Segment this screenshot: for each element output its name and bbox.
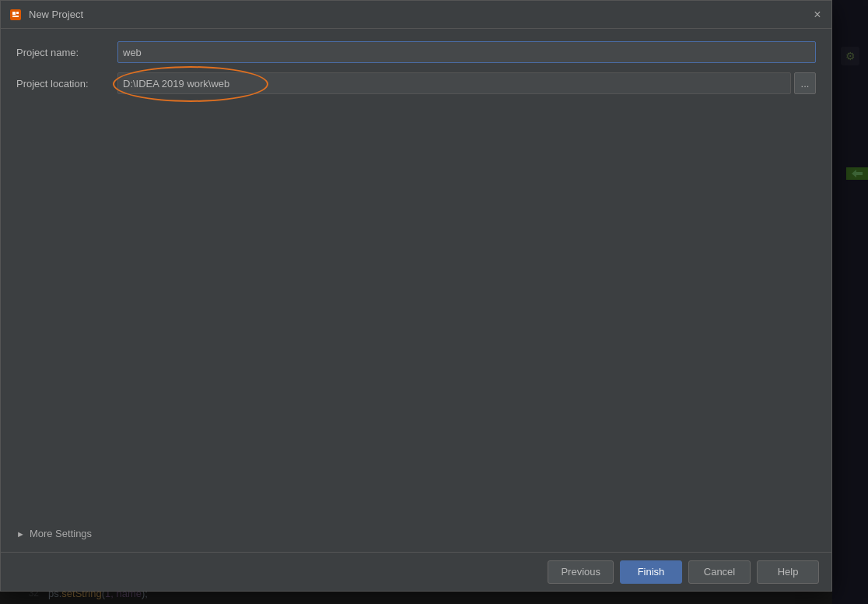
- project-name-row: Project name:: [16, 41, 816, 63]
- title-bar-left: New Project: [9, 8, 83, 22]
- dialog-icon: [9, 8, 23, 22]
- svg-rect-4: [12, 16, 19, 17]
- finish-button[interactable]: Finish: [620, 560, 682, 584]
- close-button[interactable]: ×: [810, 7, 825, 23]
- project-location-input-group: ...: [117, 72, 816, 94]
- svg-rect-3: [16, 12, 19, 14]
- more-settings-section[interactable]: ► More Settings: [1, 520, 107, 547]
- dialog-title: New Project: [29, 9, 83, 20]
- new-project-dialog: New Project × Project name: Project loca…: [0, 0, 832, 592]
- svg-rect-2: [12, 12, 16, 15]
- dialog-empty-body: [1, 116, 831, 490]
- project-name-input[interactable]: [117, 41, 816, 63]
- more-settings-arrow-icon: ►: [16, 529, 25, 539]
- cancel-button[interactable]: Cancel: [688, 560, 751, 584]
- more-settings-label: More Settings: [30, 528, 92, 539]
- dialog-title-bar: New Project ×: [1, 1, 831, 29]
- project-location-input[interactable]: [117, 72, 791, 94]
- help-button[interactable]: Help: [757, 560, 819, 584]
- previous-button[interactable]: Previous: [548, 560, 614, 584]
- button-bar: Previous Finish Cancel Help: [1, 552, 831, 591]
- browse-button[interactable]: ...: [794, 72, 816, 94]
- project-location-row: Project location: ...: [16, 72, 816, 94]
- project-name-label: Project name:: [16, 47, 117, 58]
- dialog-form: Project name: Project location: ...: [1, 29, 831, 116]
- project-location-label: Project location:: [16, 78, 117, 90]
- location-input-wrapper: [117, 72, 791, 94]
